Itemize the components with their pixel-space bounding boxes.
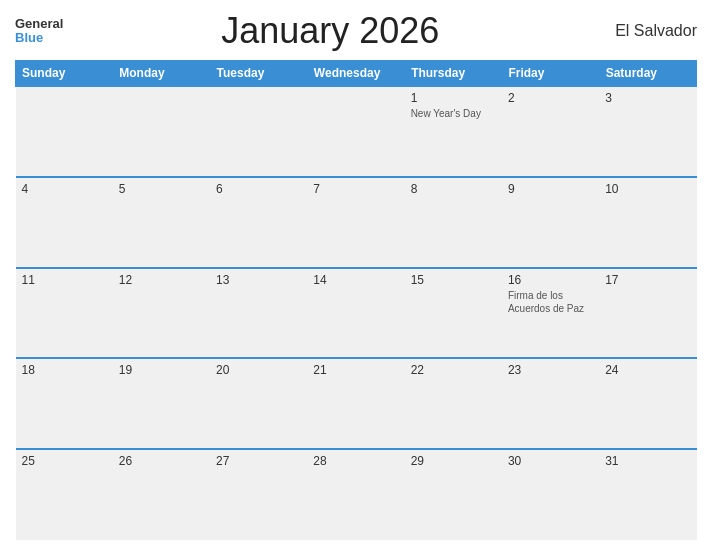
calendar-cell: 25 <box>16 449 113 540</box>
calendar-cell: 23 <box>502 358 599 449</box>
calendar-cell: 26 <box>113 449 210 540</box>
day-number: 23 <box>508 363 593 377</box>
day-number: 22 <box>411 363 496 377</box>
day-number: 27 <box>216 454 301 468</box>
calendar-cell: 24 <box>599 358 696 449</box>
calendar-cell: 27 <box>210 449 307 540</box>
day-number: 3 <box>605 91 690 105</box>
calendar-cell: 30 <box>502 449 599 540</box>
day-number: 4 <box>22 182 107 196</box>
calendar-cell: 12 <box>113 268 210 359</box>
day-number: 24 <box>605 363 690 377</box>
header-monday: Monday <box>113 61 210 87</box>
logo: General Blue <box>15 17 63 46</box>
calendar-cell: 2 <box>502 86 599 177</box>
calendar-cell: 21 <box>307 358 404 449</box>
calendar-week-row: 111213141516Firma de los Acuerdos de Paz… <box>16 268 697 359</box>
calendar-cell: 7 <box>307 177 404 268</box>
calendar-cell: 17 <box>599 268 696 359</box>
day-number: 30 <box>508 454 593 468</box>
calendar-cell: 1New Year's Day <box>405 86 502 177</box>
day-number: 21 <box>313 363 398 377</box>
calendar-week-row: 45678910 <box>16 177 697 268</box>
day-number: 11 <box>22 273 107 287</box>
calendar-cell: 28 <box>307 449 404 540</box>
calendar-cell: 6 <box>210 177 307 268</box>
country-label: El Salvador <box>597 22 697 40</box>
logo-blue-text: Blue <box>15 31 63 45</box>
header-friday: Friday <box>502 61 599 87</box>
calendar-week-row: 25262728293031 <box>16 449 697 540</box>
calendar-title: January 2026 <box>63 10 597 52</box>
header-tuesday: Tuesday <box>210 61 307 87</box>
calendar-cell: 11 <box>16 268 113 359</box>
day-number: 9 <box>508 182 593 196</box>
calendar-cell: 9 <box>502 177 599 268</box>
day-number: 8 <box>411 182 496 196</box>
calendar-cell: 10 <box>599 177 696 268</box>
header-thursday: Thursday <box>405 61 502 87</box>
header-saturday: Saturday <box>599 61 696 87</box>
calendar-cell: 4 <box>16 177 113 268</box>
calendar-cell: 20 <box>210 358 307 449</box>
day-number: 12 <box>119 273 204 287</box>
holiday-label: Firma de los Acuerdos de Paz <box>508 289 593 315</box>
calendar-cell: 8 <box>405 177 502 268</box>
day-number: 19 <box>119 363 204 377</box>
calendar-cell <box>307 86 404 177</box>
logo-general-text: General <box>15 17 63 31</box>
header-wednesday: Wednesday <box>307 61 404 87</box>
calendar-cell: 3 <box>599 86 696 177</box>
calendar-cell: 15 <box>405 268 502 359</box>
day-number: 26 <box>119 454 204 468</box>
calendar-week-row: 1New Year's Day23 <box>16 86 697 177</box>
calendar-cell: 31 <box>599 449 696 540</box>
day-number: 5 <box>119 182 204 196</box>
calendar-cell <box>16 86 113 177</box>
calendar-cell <box>210 86 307 177</box>
day-number: 14 <box>313 273 398 287</box>
calendar-cell: 5 <box>113 177 210 268</box>
day-number: 17 <box>605 273 690 287</box>
day-number: 29 <box>411 454 496 468</box>
calendar-cell: 18 <box>16 358 113 449</box>
day-number: 7 <box>313 182 398 196</box>
day-number: 16 <box>508 273 593 287</box>
day-number: 6 <box>216 182 301 196</box>
calendar-cell <box>113 86 210 177</box>
holiday-label: New Year's Day <box>411 107 496 120</box>
calendar-cell: 29 <box>405 449 502 540</box>
calendar-cell: 19 <box>113 358 210 449</box>
calendar-cell: 13 <box>210 268 307 359</box>
calendar-week-row: 18192021222324 <box>16 358 697 449</box>
day-number: 20 <box>216 363 301 377</box>
day-number: 13 <box>216 273 301 287</box>
header-sunday: Sunday <box>16 61 113 87</box>
calendar-cell: 14 <box>307 268 404 359</box>
day-number: 2 <box>508 91 593 105</box>
days-header-row: Sunday Monday Tuesday Wednesday Thursday… <box>16 61 697 87</box>
calendar-container: General Blue January 2026 El Salvador Su… <box>0 0 712 550</box>
calendar-table: Sunday Monday Tuesday Wednesday Thursday… <box>15 60 697 540</box>
calendar-cell: 22 <box>405 358 502 449</box>
day-number: 15 <box>411 273 496 287</box>
day-number: 18 <box>22 363 107 377</box>
day-number: 25 <box>22 454 107 468</box>
day-number: 1 <box>411 91 496 105</box>
day-number: 28 <box>313 454 398 468</box>
day-number: 31 <box>605 454 690 468</box>
calendar-header: General Blue January 2026 El Salvador <box>15 10 697 52</box>
day-number: 10 <box>605 182 690 196</box>
calendar-cell: 16Firma de los Acuerdos de Paz <box>502 268 599 359</box>
